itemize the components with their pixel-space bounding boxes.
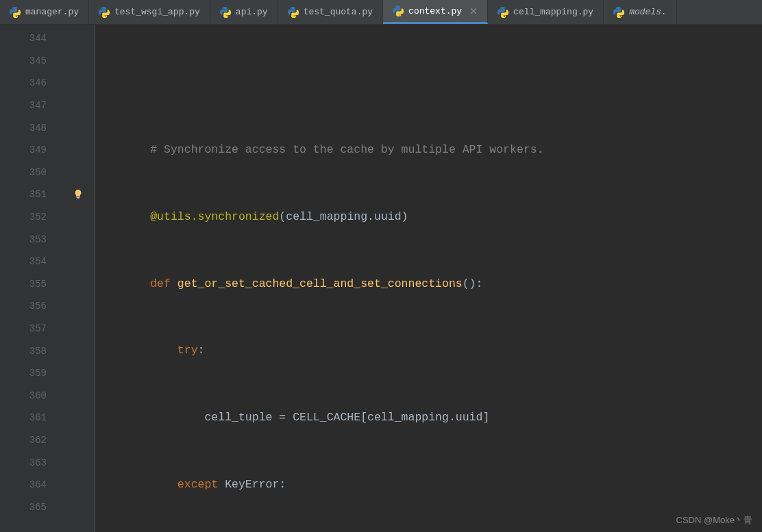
lightbulb-icon[interactable] (73, 189, 84, 200)
tab-label: test_quota.py (304, 7, 373, 17)
line-number: 353 (0, 228, 62, 251)
python-icon (393, 5, 404, 16)
marker-slot (62, 183, 94, 206)
marker-slot (62, 116, 94, 139)
marker-slot (62, 362, 94, 385)
line-number: 346 (0, 72, 62, 94)
line-number: 354 (0, 251, 62, 273)
marker-gutter (62, 25, 95, 532)
svg-rect-0 (76, 197, 79, 198)
tab-manager[interactable]: manager.py (0, 0, 89, 24)
line-number-gutter: 3443453463473483493503513523533543553563… (0, 25, 62, 532)
marker-slot (62, 251, 94, 273)
marker-slot (62, 407, 94, 429)
line-number: 344 (0, 27, 62, 50)
python-icon (99, 7, 110, 18)
tab-label: models. (629, 7, 667, 17)
tab-test-wsgi-app[interactable]: test_wsgi_app.py (89, 0, 210, 24)
line-number: 365 (0, 496, 62, 518)
line-number: 362 (0, 429, 62, 452)
python-icon (220, 7, 231, 18)
marker-slot (62, 295, 94, 318)
marker-slot (62, 318, 94, 340)
line-number: 350 (0, 162, 62, 184)
code-line (96, 72, 762, 94)
tab-test-quota[interactable]: test_quota.py (278, 0, 383, 24)
python-icon (497, 7, 508, 18)
code-line: # Synchronize access to the cache by mul… (96, 139, 762, 162)
marker-slot (62, 273, 94, 296)
line-number: 345 (0, 50, 62, 73)
line-number: 355 (0, 273, 62, 296)
svg-rect-1 (77, 199, 79, 199)
marker-slot (62, 206, 94, 229)
line-number: 360 (0, 385, 62, 407)
line-number: 352 (0, 206, 62, 229)
watermark: CSDN @Moke丶青 (676, 514, 752, 527)
tab-label: context.py (408, 6, 462, 16)
line-number: 348 (0, 116, 62, 139)
marker-slot (62, 162, 94, 184)
marker-slot (62, 228, 94, 251)
line-number: 349 (0, 139, 62, 162)
code-line: cell_tuple = CELL_CACHE[cell_mapping.uui… (96, 407, 762, 429)
close-icon[interactable] (469, 7, 478, 15)
tab-api[interactable]: api.py (210, 0, 278, 24)
code-line: try: (96, 340, 762, 362)
tab-label: api.py (236, 7, 268, 17)
code-line: except KeyError: (96, 474, 762, 496)
marker-slot (62, 451, 94, 474)
python-icon (10, 7, 21, 18)
line-number: 347 (0, 94, 62, 117)
line-number: 357 (0, 318, 62, 340)
line-number: 363 (0, 451, 62, 474)
line-number: 351 (0, 183, 62, 206)
code-line: @utils.synchronized(cell_mapping.uuid) (96, 206, 762, 229)
marker-slot (62, 340, 94, 362)
tab-bar: manager.py test_wsgi_app.py api.py test_… (0, 0, 762, 25)
line-number: 361 (0, 407, 62, 429)
marker-slot (62, 94, 94, 117)
editor: 3443453463473483493503513523533543553563… (0, 25, 762, 532)
tab-context[interactable]: context.py (383, 0, 488, 24)
line-number: 364 (0, 474, 62, 496)
code-area[interactable]: # Synchronize access to the cache by mul… (95, 25, 762, 532)
tab-label: manager.py (25, 7, 79, 17)
tab-cell-mapping[interactable]: cell_mapping.py (488, 0, 604, 24)
marker-slot (62, 429, 94, 452)
tab-label: test_wsgi_app.py (114, 7, 200, 17)
marker-slot (62, 385, 94, 407)
marker-slot (62, 50, 94, 73)
python-icon (288, 7, 299, 18)
marker-slot (62, 27, 94, 50)
marker-slot (62, 496, 94, 518)
tab-models[interactable]: models. (604, 0, 677, 24)
line-number: 358 (0, 340, 62, 362)
code-line: def get_or_set_cached_cell_and_set_conne… (96, 273, 762, 296)
python-icon (613, 7, 624, 18)
tab-label: cell_mapping.py (513, 7, 593, 17)
line-number: 359 (0, 362, 62, 385)
line-number: 356 (0, 295, 62, 318)
marker-slot (62, 139, 94, 162)
marker-slot (62, 474, 94, 496)
marker-slot (62, 72, 94, 94)
